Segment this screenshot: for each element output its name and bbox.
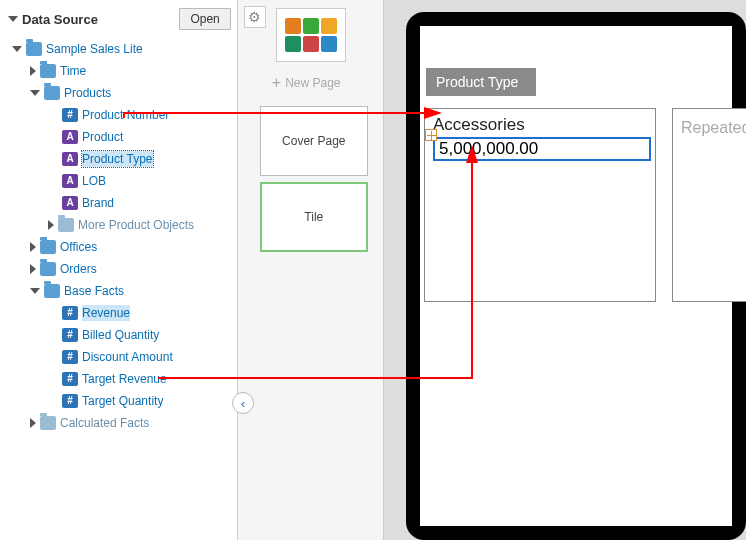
tree-label: Product: [82, 129, 123, 145]
panel-collapse-icon[interactable]: [8, 16, 18, 22]
tree-item-calculated-facts[interactable]: Calculated Facts: [4, 412, 237, 434]
tile-title: Accessories: [433, 115, 647, 135]
panel-title-text: Data Source: [22, 12, 98, 27]
new-page-label: New Page: [285, 76, 340, 90]
chart-type-thumbnail[interactable]: [276, 8, 346, 62]
page-card-label: Cover Page: [282, 134, 345, 148]
tree-item-product[interactable]: A Product: [4, 126, 237, 148]
measure-icon: #: [62, 328, 78, 342]
tree-item-more-product-objects[interactable]: More Product Objects: [4, 214, 237, 236]
attribute-icon: A: [62, 130, 78, 144]
tree-label: Discount Amount: [82, 349, 173, 365]
measure-icon: #: [62, 306, 78, 320]
folder-icon: [40, 64, 56, 78]
tree-label: Sample Sales Lite: [46, 41, 143, 57]
folder-icon: [44, 284, 60, 298]
device-frame: Product Type Accessories 5,000,000.00 Re…: [406, 12, 746, 540]
tile-accessories[interactable]: Accessories 5,000,000.00: [424, 108, 656, 302]
folder-icon: [26, 42, 42, 56]
tree-item-time[interactable]: Time: [4, 60, 237, 82]
tree-root[interactable]: Sample Sales Lite: [4, 38, 237, 60]
expand-icon[interactable]: [30, 288, 40, 294]
folder-icon: [58, 218, 74, 232]
folder-icon: [44, 86, 60, 100]
tree-label: Brand: [82, 195, 114, 211]
tree-item-products[interactable]: Products: [4, 82, 237, 104]
tree-item-discount-amount[interactable]: # Discount Amount: [4, 346, 237, 368]
expand-icon[interactable]: [30, 418, 36, 428]
tree-label: Billed Quantity: [82, 327, 159, 343]
chevron-left-icon: ‹: [241, 396, 245, 411]
measure-icon: #: [62, 350, 78, 364]
expand-icon[interactable]: [12, 46, 22, 52]
attribute-icon: A: [62, 152, 78, 166]
tree-label: Product Number: [82, 107, 169, 123]
tree-label: Orders: [60, 261, 97, 277]
plus-icon: +: [272, 74, 281, 92]
tree-label: Calculated Facts: [60, 415, 149, 431]
tree-item-brand[interactable]: A Brand: [4, 192, 237, 214]
expand-icon[interactable]: [30, 66, 36, 76]
page-navigator: ⚙ + New Page Cover Page Tile: [238, 0, 384, 540]
gear-icon: ⚙: [248, 9, 261, 25]
tree-label: Product Type: [82, 151, 153, 167]
attribute-icon: A: [62, 196, 78, 210]
page-card-cover[interactable]: Cover Page: [260, 106, 368, 176]
placeholder-label: Repeated: [681, 119, 746, 136]
tree-label: Revenue: [82, 305, 130, 321]
tree-item-product-number[interactable]: # Product Number: [4, 104, 237, 126]
collapse-sidebar-button[interactable]: ‹: [232, 392, 254, 414]
expand-icon[interactable]: [30, 242, 36, 252]
open-button[interactable]: Open: [179, 8, 230, 30]
folder-icon: [40, 262, 56, 276]
tile-value[interactable]: 5,000,000.00: [433, 137, 651, 161]
tree-item-lob[interactable]: A LOB: [4, 170, 237, 192]
device-screen[interactable]: Product Type Accessories 5,000,000.00 Re…: [420, 26, 732, 526]
panel-title: Data Source: [8, 12, 98, 27]
expand-icon[interactable]: [30, 90, 40, 96]
tree-item-orders[interactable]: Orders: [4, 258, 237, 280]
tree-label: Products: [64, 85, 111, 101]
settings-button[interactable]: ⚙: [244, 6, 266, 28]
tree-label: Base Facts: [64, 283, 124, 299]
field-badge-product-type[interactable]: Product Type: [426, 68, 536, 96]
tree-item-target-revenue[interactable]: # Target Revenue: [4, 368, 237, 390]
tree-item-product-type[interactable]: A Product Type: [4, 148, 237, 170]
tile-repeated-placeholder[interactable]: Repeated: [672, 108, 746, 302]
tree-label: Time: [60, 63, 86, 79]
page-card-tile[interactable]: Tile: [260, 182, 368, 252]
measure-icon: #: [62, 394, 78, 408]
data-source-tree: Sample Sales Lite Time Products # Produc…: [0, 36, 237, 434]
tree-item-target-quantity[interactable]: # Target Quantity: [4, 390, 237, 412]
folder-icon: [40, 416, 56, 430]
measure-icon: #: [62, 372, 78, 386]
folder-icon: [40, 240, 56, 254]
move-handle-icon[interactable]: [425, 129, 437, 141]
expand-icon[interactable]: [48, 220, 54, 230]
data-source-panel: Data Source Open Sample Sales Lite Time …: [0, 0, 238, 540]
measure-icon: #: [62, 108, 78, 122]
tree-item-offices[interactable]: Offices: [4, 236, 237, 258]
tree-label: LOB: [82, 173, 106, 189]
tree-label: More Product Objects: [78, 217, 194, 233]
new-page-button[interactable]: + New Page: [272, 74, 341, 92]
expand-icon[interactable]: [30, 264, 36, 274]
tree-item-billed-quantity[interactable]: # Billed Quantity: [4, 324, 237, 346]
tree-label: Target Quantity: [82, 393, 163, 409]
tree-item-base-facts[interactable]: Base Facts: [4, 280, 237, 302]
page-card-label: Tile: [304, 210, 323, 224]
design-canvas: Product Type Accessories 5,000,000.00 Re…: [384, 0, 746, 540]
attribute-icon: A: [62, 174, 78, 188]
tree-label: Offices: [60, 239, 97, 255]
tree-label: Target Revenue: [82, 371, 167, 387]
tree-item-revenue[interactable]: # Revenue: [4, 302, 237, 324]
